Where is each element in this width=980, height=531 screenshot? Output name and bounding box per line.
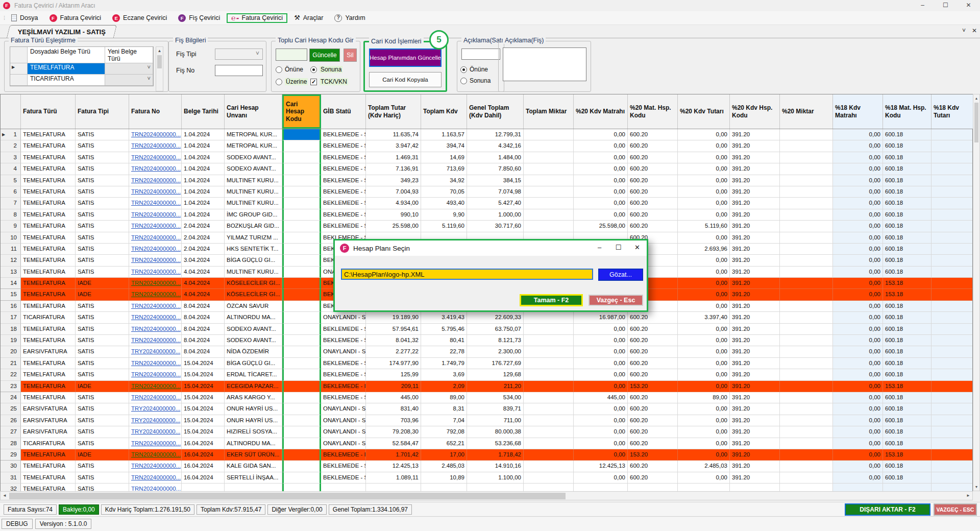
cell-kdv18-matrahi[interactable]: 0,00 xyxy=(833,426,883,438)
cell-miktar20[interactable] xyxy=(780,198,833,209)
cell-kdv20-tutari[interactable]: 0,00 xyxy=(678,278,730,289)
cell-fatura-no[interactable]: TRN2024000000... xyxy=(129,255,182,266)
cell-fatura-tipi[interactable]: SATIS xyxy=(76,403,129,415)
cell-toplam-kdv[interactable]: 713,69 xyxy=(421,163,467,175)
fatura-no-link[interactable]: TRY2024000000... xyxy=(131,428,180,435)
radio-onune-satir[interactable]: Önüne xyxy=(460,66,488,73)
cell-kdv20-hsp-kodu[interactable] xyxy=(730,484,780,491)
cell-mat18-hsp-kodu[interactable]: 600.18 xyxy=(883,232,932,244)
cell-mat20-hsp-kodu[interactable]: 600.20 xyxy=(628,472,678,484)
cell-toplam-tutar[interactable]: 445,00 xyxy=(366,392,421,403)
cari-kod-kopyala-button[interactable]: Cari Kod Kopyala xyxy=(369,72,442,87)
cell-kdv20-matrahi[interactable]: 0,00 xyxy=(574,129,628,140)
cell-gib-statu[interactable]: BEKLEMEDE - SA... xyxy=(321,324,366,335)
cell-cari-hesap-unvani[interactable]: SODEXO AVANT... xyxy=(225,152,282,163)
mapping-row[interactable]: ▶ TEMELFATURA xyxy=(10,63,153,75)
cell-gib-statu[interactable]: BEKLEMEDE - SA... xyxy=(321,198,366,209)
sil-button[interactable]: Sil xyxy=(344,49,357,62)
cell-toplam-kdv[interactable]: 89,00 xyxy=(421,392,467,403)
cell-cari-hesap-unvani[interactable]: SODEXO AVANT... xyxy=(225,163,282,175)
cell-fatura-turu[interactable]: TEMELFATURA xyxy=(21,163,76,175)
cell-kdv20-hsp-kodu[interactable]: 391.20 xyxy=(730,232,780,244)
cell-belge-tarihi[interactable]: 16.04.2024 xyxy=(182,438,225,449)
cell-fatura-no[interactable]: TRN2024000000... xyxy=(129,129,182,140)
cell-kdv18-tutari[interactable] xyxy=(932,381,972,392)
cell-mat18-hsp-kodu[interactable]: 600.18 xyxy=(883,312,932,323)
cell-cari-hesap-kodu[interactable] xyxy=(282,209,321,221)
cell-miktar20[interactable] xyxy=(780,163,833,175)
cell-kdv20-matrahi[interactable]: 0,00 xyxy=(574,472,628,484)
cell-fatura-no[interactable]: TRN2024000000... xyxy=(129,324,182,335)
cell-miktar20[interactable] xyxy=(780,403,833,415)
cell-mat18-hsp-kodu[interactable]: 600.18 xyxy=(883,209,932,221)
cell-gib-statu[interactable]: ONAYLANDI - S... xyxy=(321,403,366,415)
cell-kdv18-matrahi[interactable]: 0,00 xyxy=(833,381,883,392)
column-header-toplam-kdv[interactable]: Toplam Kdv xyxy=(421,94,467,129)
cell-mat20-hsp-kodu[interactable] xyxy=(628,484,678,491)
cell-fatura-turu[interactable]: TICARIFATURA xyxy=(21,312,76,323)
cell-fatura-turu[interactable]: EARSIVFATURA xyxy=(21,415,76,426)
cell-kdv18-matrahi[interactable]: 0,00 xyxy=(833,324,883,335)
cell-genel-toplam[interactable]: 30.717,60 xyxy=(467,221,524,232)
cell-kdv18-tutari[interactable] xyxy=(932,289,972,300)
cell-cari-hesap-unvani[interactable]: BİGA GÜÇLÜ GI... xyxy=(225,358,282,369)
cell-genel-toplam[interactable]: 839,71 xyxy=(467,403,524,415)
cell-kdv20-matrahi[interactable]: 0,00 xyxy=(574,438,628,449)
cell-toplam-miktar[interactable] xyxy=(524,415,574,426)
cell-mat20-hsp-kodu[interactable]: 600.20 xyxy=(628,175,678,186)
cell-kdv20-hsp-kodu[interactable]: 391.20 xyxy=(730,335,780,346)
cell-fatura-no[interactable]: TRN2024000000... xyxy=(129,461,182,472)
cell-mat18-hsp-kodu[interactable]: 600.18 xyxy=(883,152,932,163)
cell-toplam-kdv[interactable]: 14,69 xyxy=(421,152,467,163)
fis-no-input[interactable] xyxy=(215,65,263,76)
cell-kdv20-hsp-kodu[interactable]: 391.20 xyxy=(730,438,780,449)
cell-mat20-hsp-kodu[interactable]: 600.20 xyxy=(628,312,678,323)
cell-gib-statu[interactable]: BEKLEMEDE - IA... xyxy=(321,449,366,461)
cell-kdv20-hsp-kodu[interactable]: 391.20 xyxy=(730,392,780,403)
cell-gib-statu[interactable]: BEKLEMEDE - SA... xyxy=(321,186,366,198)
cell-fatura-no[interactable]: TRN2024000000... xyxy=(129,369,182,380)
cell-fatura-tipi[interactable]: SATIS xyxy=(76,244,129,255)
cell-kdv20-hsp-kodu[interactable]: 391.20 xyxy=(730,289,780,300)
cell-fatura-turu[interactable]: TEMELFATURA xyxy=(21,255,76,266)
cell-kdv20-hsp-kodu[interactable]: 391.20 xyxy=(730,209,780,221)
cell-miktar20[interactable] xyxy=(780,255,833,266)
cell-mat18-hsp-kodu[interactable]: 600.18 xyxy=(883,415,932,426)
table-row[interactable]: 23TEMELFATURAIADETRN2024000000...15.04.2… xyxy=(1,381,972,392)
radio-sonuna-satir[interactable]: Sonuna xyxy=(460,77,491,84)
cell-kdv20-hsp-kodu[interactable]: 391.20 xyxy=(730,152,780,163)
cell-kdv20-hsp-kodu[interactable]: 391.20 xyxy=(730,403,780,415)
column-header-dosyadaki-belge-turu[interactable]: Dosyadaki Belge Türü xyxy=(28,47,105,63)
cell-kdv20-hsp-kodu[interactable]: 391.20 xyxy=(730,198,780,209)
cell-kdv18-matrahi[interactable]: 0,00 xyxy=(833,163,883,175)
cell-mat18-hsp-kodu[interactable]: 153.18 xyxy=(883,289,932,300)
cell-miktar20[interactable] xyxy=(780,472,833,484)
table-row[interactable]: 22TEMELFATURASATISTRN2024000000...15.04.… xyxy=(1,369,972,380)
cell-rownum[interactable]: 12 xyxy=(1,255,21,266)
cell-cari-hesap-unvani[interactable]: MULTINET KURU... xyxy=(225,186,282,198)
cell-fatura-no[interactable]: TRN2024000000... xyxy=(129,244,182,255)
cell-kdv18-tutari[interactable] xyxy=(932,312,972,323)
table-row[interactable]: 5TEMELFATURASATISTRN2024000000...1.04.20… xyxy=(1,175,972,186)
cell-fatura-no[interactable]: TRY2024000000... xyxy=(129,415,182,426)
cell-dosyadaki-belge-turu[interactable]: TEMELFATURA xyxy=(28,63,105,75)
column-header-miktar20[interactable]: %20 Miktar xyxy=(780,94,833,129)
cell-genel-toplam[interactable]: 14.910,16 xyxy=(467,461,524,472)
cell-fatura-no[interactable]: TRN2024000000... xyxy=(129,449,182,461)
cell-kdv20-hsp-kodu[interactable]: 391.20 xyxy=(730,324,780,335)
cell-genel-toplam[interactable]: 12.799,31 xyxy=(467,129,524,140)
fatura-no-link[interactable]: TRN2024000000... xyxy=(131,269,181,275)
cell-kdv20-tutari[interactable]: 0,00 xyxy=(678,415,730,426)
cell-kdv20-tutari[interactable]: 0,00 xyxy=(678,175,730,186)
cell-miktar20[interactable] xyxy=(780,186,833,198)
cell-cari-hesap-kodu[interactable] xyxy=(282,221,321,232)
table-row[interactable]: 18TEMELFATURASATISTRN2024000000...8.04.2… xyxy=(1,324,972,335)
cell-genel-toplam[interactable]: 176.727,69 xyxy=(467,358,524,369)
column-header-gib-statu[interactable]: GİB Statü xyxy=(321,94,366,129)
cell-kdv20-tutari[interactable]: 0,00 xyxy=(678,152,730,163)
fatura-no-link[interactable]: TRN2024000000... xyxy=(131,223,181,229)
cell-fatura-turu[interactable]: TEMELFATURA xyxy=(21,449,76,461)
cell-toplam-tutar[interactable]: 19.189,90 xyxy=(366,312,421,323)
cell-kdv20-tutari[interactable]: 0,00 xyxy=(678,267,730,278)
cell-miktar20[interactable] xyxy=(780,129,833,140)
